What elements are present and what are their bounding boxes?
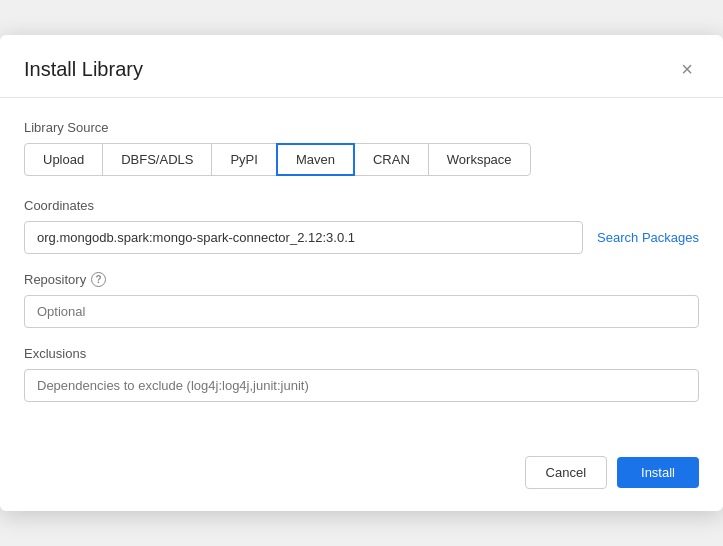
coordinates-input[interactable] bbox=[24, 221, 583, 254]
dialog-footer: Cancel Install bbox=[0, 440, 723, 511]
repository-input[interactable] bbox=[24, 295, 699, 328]
tab-maven[interactable]: Maven bbox=[276, 143, 355, 176]
exclusions-label: Exclusions bbox=[24, 346, 699, 361]
repository-help-icon: ? bbox=[91, 272, 106, 287]
tab-dbfs[interactable]: DBFS/ADLS bbox=[102, 143, 212, 176]
install-button[interactable]: Install bbox=[617, 457, 699, 488]
tab-cran[interactable]: CRAN bbox=[354, 143, 429, 176]
library-source-label: Library Source bbox=[24, 120, 699, 135]
install-library-dialog: Install Library × Library Source Upload … bbox=[0, 35, 723, 511]
tab-upload[interactable]: Upload bbox=[24, 143, 103, 176]
cancel-button[interactable]: Cancel bbox=[525, 456, 607, 489]
coordinates-label: Coordinates bbox=[24, 198, 699, 213]
close-button[interactable]: × bbox=[675, 57, 699, 81]
dialog-header: Install Library × bbox=[0, 35, 723, 98]
repository-section: Repository ? bbox=[24, 272, 699, 328]
library-source-section: Library Source Upload DBFS/ADLS PyPI Mav… bbox=[24, 120, 699, 176]
dialog-title: Install Library bbox=[24, 58, 143, 81]
exclusions-section: Exclusions bbox=[24, 346, 699, 402]
coordinates-section: Coordinates Search Packages bbox=[24, 198, 699, 254]
exclusions-input[interactable] bbox=[24, 369, 699, 402]
search-packages-link[interactable]: Search Packages bbox=[597, 230, 699, 245]
tab-workspace[interactable]: Workspace bbox=[428, 143, 531, 176]
tab-pypi[interactable]: PyPI bbox=[211, 143, 276, 176]
coordinates-row: Search Packages bbox=[24, 221, 699, 254]
repository-label: Repository ? bbox=[24, 272, 699, 287]
dialog-body: Library Source Upload DBFS/ADLS PyPI Mav… bbox=[0, 98, 723, 440]
source-tabs: Upload DBFS/ADLS PyPI Maven CRAN Workspa… bbox=[24, 143, 699, 176]
